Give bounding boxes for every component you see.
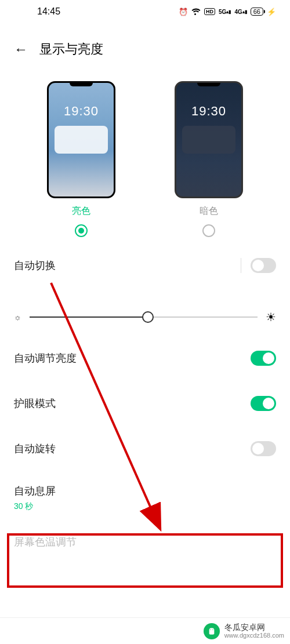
row-eye-comfort[interactable]: 护眼模式	[0, 381, 290, 426]
sun-high-icon: ☀	[266, 310, 276, 324]
radio-dark[interactable]	[202, 224, 215, 237]
toggle-auto-rotate[interactable]	[251, 441, 276, 456]
auto-rotate-label: 自动旋转	[14, 442, 56, 456]
auto-brightness-label: 自动调节亮度	[14, 351, 77, 365]
signal-4g-icon: 4G▴▮	[234, 9, 246, 15]
wifi-icon	[191, 8, 201, 15]
battery-icon: 66	[251, 8, 263, 16]
svg-point-3	[212, 629, 213, 630]
toggle-auto-switch[interactable]	[251, 258, 276, 273]
radio-light[interactable]	[75, 224, 88, 237]
theme-option-light[interactable]: 19:30 亮色	[47, 81, 115, 237]
row-auto-brightness[interactable]: 自动调节亮度	[0, 336, 290, 381]
light-preview: 19:30	[47, 81, 115, 198]
status-bar: 14:45 ⏰ HD 5G▴▮ 4G▴▮ 66 ⚡	[0, 0, 290, 23]
dark-label: 暗色	[200, 205, 218, 217]
signal-5g-icon: 5G▴▮	[219, 9, 231, 15]
row-auto-screen-off[interactable]: 自动息屏 30 秒	[0, 471, 290, 525]
back-icon[interactable]: ←	[14, 41, 28, 57]
status-icons: ⏰ HD 5G▴▮ 4G▴▮ 66 ⚡	[179, 8, 276, 16]
svg-point-2	[210, 629, 211, 630]
row-auto-switch[interactable]: 自动切换	[0, 243, 290, 288]
annotation-highlight	[7, 533, 283, 588]
row-auto-rotate[interactable]: 自动旋转	[0, 426, 290, 471]
page-header: ← 显示与亮度	[0, 23, 290, 70]
status-time: 14:45	[37, 6, 60, 17]
auto-screen-off-value: 30 秒	[14, 501, 33, 512]
page-title: 显示与亮度	[39, 41, 103, 58]
auto-switch-label: 自动切换	[14, 259, 56, 272]
sun-low-icon: ☼	[14, 312, 21, 322]
brightness-slider-row: ☼ ☀	[0, 288, 290, 336]
toggle-auto-brightness[interactable]	[251, 351, 276, 366]
light-label: 亮色	[72, 205, 90, 217]
watermark-footer: 冬瓜安卓网 www.dgxcdz168.com	[0, 617, 290, 644]
watermark-brand: 冬瓜安卓网	[224, 623, 284, 632]
watermark-url: www.dgxcdz168.com	[224, 632, 284, 639]
alarm-icon: ⏰	[179, 8, 188, 16]
watermark-logo-icon	[204, 623, 220, 639]
slider-thumb[interactable]	[142, 311, 154, 323]
hd-icon: HD	[204, 8, 215, 15]
toggle-eye-comfort[interactable]	[251, 396, 276, 411]
theme-selector: 19:30 亮色 19:30 暗色	[0, 70, 290, 243]
dark-preview: 19:30	[175, 81, 243, 198]
brightness-slider[interactable]	[30, 316, 258, 318]
eye-comfort-label: 护眼模式	[14, 396, 56, 410]
theme-option-dark[interactable]: 19:30 暗色	[175, 81, 243, 237]
auto-screen-off-label: 自动息屏	[14, 484, 56, 498]
charging-icon: ⚡	[267, 8, 276, 16]
